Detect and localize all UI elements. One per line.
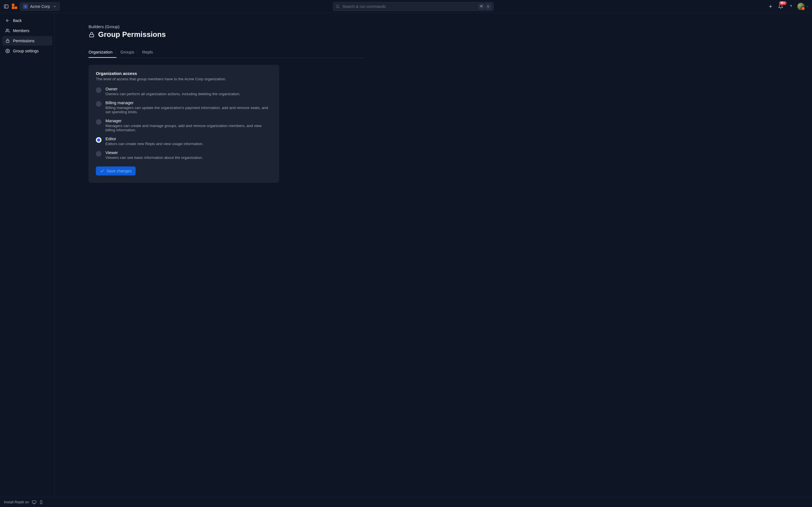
search-icon <box>336 4 340 9</box>
tab-organization[interactable]: Organization <box>89 47 116 58</box>
shortcut-hint: ⌘ K <box>478 4 491 9</box>
install-desktop-button[interactable] <box>32 500 36 504</box>
notification-badge: 99+ <box>779 1 786 5</box>
sidebar-item-group-settings[interactable]: Group settings <box>2 46 52 56</box>
arrow-left-icon <box>5 18 10 23</box>
app-body: Back Members Permissions Group settings … <box>0 13 812 497</box>
sidebar-panel-icon <box>4 4 9 9</box>
svg-rect-0 <box>4 5 8 8</box>
access-option-owner[interactable]: Owner Owners can perform all organizatio… <box>96 87 272 96</box>
panel-toggle-button[interactable] <box>3 3 10 10</box>
access-level-list: Owner Owners can perform all organizatio… <box>96 87 272 160</box>
notifications-button[interactable]: 99+ <box>777 3 784 10</box>
org-name: Acme Corp <box>30 4 50 9</box>
check-icon <box>100 169 104 173</box>
svg-rect-16 <box>40 501 42 504</box>
sidebar-item-label: Permissions <box>13 39 35 43</box>
search-placeholder: Search & run commands <box>342 4 476 9</box>
access-option-manager[interactable]: Manager Managers can create and manage g… <box>96 119 272 132</box>
org-avatar-icon: ◎ <box>23 4 28 9</box>
save-changes-button[interactable]: Save changes <box>96 166 136 175</box>
create-button[interactable] <box>767 3 774 10</box>
top-bar-center: Search & run commands ⌘ K <box>62 2 765 11</box>
tab-label: Groups <box>120 50 134 54</box>
page-title: Group Permissions <box>89 30 365 39</box>
account-menu[interactable] <box>797 3 809 10</box>
tabs: Organization Groups Repls <box>89 47 365 58</box>
tab-label: Organization <box>89 50 112 54</box>
sidebar-item-permissions[interactable]: Permissions <box>2 36 52 46</box>
tab-label: Repls <box>142 50 153 54</box>
chevron-down-icon <box>53 4 57 8</box>
radio-icon <box>96 119 101 125</box>
top-bar-right: 99+ <box>767 3 809 10</box>
option-title: Billing manager <box>105 101 272 105</box>
footer-bar: Install Replit on <box>0 497 812 507</box>
lock-icon <box>89 32 95 38</box>
panel-description: The level of access that group members h… <box>96 77 272 81</box>
install-label: Install Replit on <box>4 500 29 504</box>
sidebar: Back Members Permissions Group settings <box>0 13 55 497</box>
top-bar: ◎ Acme Corp Search & run commands ⌘ K 99… <box>0 0 812 13</box>
chevron-down-icon <box>806 5 809 8</box>
access-option-editor[interactable]: Editor Editors can create new Repls and … <box>96 136 272 146</box>
svg-rect-13 <box>32 501 36 503</box>
install-mobile-button[interactable] <box>39 500 43 504</box>
radio-icon <box>96 101 101 107</box>
option-title: Owner <box>105 87 241 91</box>
tab-repls[interactable]: Repls <box>139 47 157 58</box>
svg-rect-12 <box>90 34 94 37</box>
help-button[interactable] <box>787 3 795 10</box>
plus-icon <box>768 4 773 9</box>
save-button-label: Save changes <box>107 169 132 173</box>
access-option-billing-manager[interactable]: Billing manager Billing managers can upd… <box>96 101 272 114</box>
breadcrumb: Builders (Group) <box>89 24 365 29</box>
radio-icon <box>96 87 101 93</box>
org-switcher[interactable]: ◎ Acme Corp <box>20 2 60 11</box>
main-content: Builders (Group) Group Permissions Organ… <box>55 13 812 497</box>
user-avatar-icon <box>797 3 805 10</box>
sidebar-item-members[interactable]: Members <box>2 26 52 36</box>
option-desc: Billing managers can update the organiza… <box>105 106 272 114</box>
desktop-icon <box>32 500 36 504</box>
replit-logo-icon[interactable] <box>12 4 17 9</box>
sidebar-item-label: Group settings <box>13 49 39 53</box>
svg-point-11 <box>7 50 8 52</box>
sidebar-item-label: Back <box>13 18 22 23</box>
option-desc: Viewers can see basic information about … <box>105 156 203 160</box>
svg-point-2 <box>336 5 339 7</box>
users-icon <box>5 29 10 33</box>
svg-line-3 <box>339 7 340 8</box>
option-title: Editor <box>105 136 203 141</box>
radio-icon <box>96 151 101 157</box>
top-bar-left: ◎ Acme Corp <box>3 2 60 11</box>
mobile-icon <box>39 500 43 504</box>
help-icon <box>788 4 794 9</box>
option-desc: Owners can perform all organization acti… <box>105 92 241 96</box>
kbd-cmd: ⌘ <box>478 4 485 9</box>
sidebar-item-label: Members <box>13 29 29 33</box>
svg-rect-10 <box>6 41 9 43</box>
option-desc: Editors can create new Repls and view us… <box>105 142 203 146</box>
kbd-k: K <box>486 4 491 9</box>
gear-icon <box>5 49 10 53</box>
radio-icon <box>96 137 101 143</box>
org-access-panel: Organization access The level of access … <box>89 65 279 183</box>
tab-groups[interactable]: Groups <box>117 47 138 58</box>
panel-heading: Organization access <box>96 71 272 76</box>
lock-icon <box>5 39 10 43</box>
sidebar-item-back[interactable]: Back <box>2 16 52 25</box>
svg-point-9 <box>6 29 8 31</box>
option-desc: Managers can create and manage groups, a… <box>105 124 272 132</box>
command-search[interactable]: Search & run commands ⌘ K <box>333 2 494 11</box>
option-title: Manager <box>105 119 272 123</box>
access-option-viewer[interactable]: Viewer Viewers can see basic information… <box>96 151 272 160</box>
page-title-text: Group Permissions <box>98 30 166 39</box>
option-title: Viewer <box>105 151 203 155</box>
